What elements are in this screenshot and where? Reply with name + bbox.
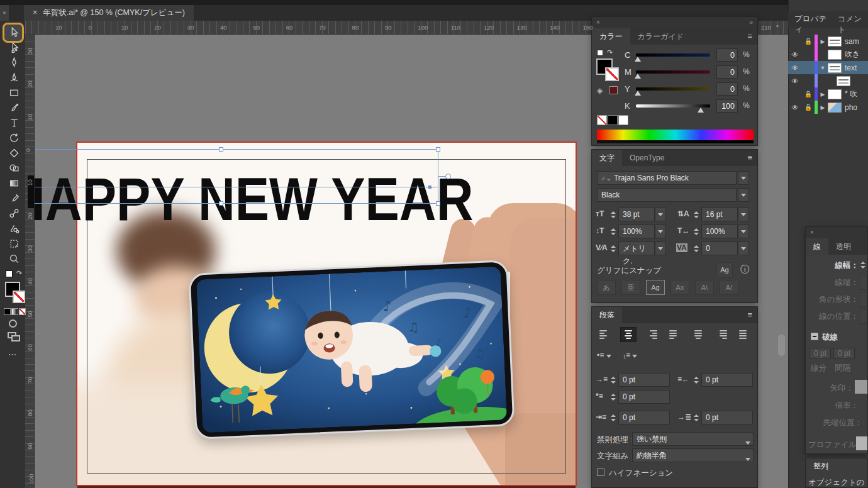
layer-expand-icon[interactable]: ▼ (818, 65, 828, 71)
artboard-tool[interactable] (7, 236, 21, 250)
color-panel-close-icon[interactable]: × (596, 19, 600, 26)
drawing-mode-icon[interactable] (9, 319, 17, 328)
layer-row[interactable]: 👁 吹き (788, 48, 868, 61)
channel-value-input[interactable]: 0 (716, 82, 738, 96)
canvas-scrollbar-thumb[interactable] (778, 335, 785, 356)
font-size-input[interactable]: 38 pt (618, 208, 655, 221)
layer-thumbnail[interactable] (828, 63, 842, 73)
space-after-stepper[interactable] (693, 411, 699, 424)
kerning-input[interactable]: メトリク. (618, 241, 655, 255)
glyph-snap-button[interactable]: Ag (646, 280, 665, 295)
right-indent-stepper[interactable] (693, 373, 699, 387)
vertical-scale-input[interactable]: 100% (618, 225, 655, 238)
eye-icon[interactable]: 👁 (788, 104, 802, 111)
type-tool[interactable] (7, 116, 21, 130)
dashed-line-checkbox[interactable] (811, 333, 818, 340)
tab-opentype[interactable]: OpenType (622, 150, 672, 166)
align-justify-right-button[interactable] (713, 327, 730, 342)
color-panel-collapse-icon[interactable]: » (749, 17, 753, 28)
right-indent-input[interactable]: 0 pt (701, 373, 753, 387)
tab-transparency[interactable]: 透明 (828, 238, 859, 255)
direct-selection-tool[interactable] (7, 40, 21, 54)
space-before-input[interactable]: 0 pt (618, 411, 670, 424)
glyph-snap-button[interactable]: A\ (695, 280, 714, 295)
horizontal-scale-input[interactable]: 100% (701, 225, 738, 238)
align-right-button[interactable] (643, 327, 660, 342)
stroke-weight-stepper[interactable] (859, 258, 866, 272)
kerning-dropdown[interactable] (655, 241, 666, 255)
selection-handle[interactable] (219, 147, 223, 152)
toolbar-none-button[interactable] (19, 308, 26, 315)
horizontal-scale-dropdown[interactable] (738, 225, 749, 238)
rectangle-tool[interactable] (7, 86, 21, 99)
font-family-dropdown[interactable] (738, 171, 749, 185)
horizontal-scale-stepper[interactable] (693, 225, 699, 238)
layer-thumbnail[interactable] (828, 36, 842, 47)
tab-color-guide[interactable]: カラーガイド (630, 28, 691, 45)
slider-thumb[interactable] (635, 74, 641, 79)
selection-handle[interactable] (436, 201, 440, 206)
toolbar-gradient-button[interactable] (11, 308, 18, 315)
layer-thumbnail[interactable] (828, 89, 842, 99)
eye-icon[interactable]: 👁 (788, 51, 802, 58)
align-justify-left-button[interactable] (667, 327, 683, 342)
paintbrush-tool[interactable] (7, 101, 21, 114)
swatch-none[interactable] (597, 115, 607, 125)
glyph-snap-button[interactable]: 亜 (621, 280, 640, 295)
layer-thumbnail[interactable] (828, 103, 842, 113)
toolbar-swap-icon[interactable] (6, 270, 13, 277)
layer-row[interactable]: 🔒 ▶ sam (788, 35, 868, 48)
eyedropper-tool[interactable] (7, 191, 21, 205)
font-size-dropdown[interactable] (655, 208, 666, 221)
layer-expand-icon[interactable]: ▶ (818, 91, 828, 97)
left-indent-stepper[interactable] (609, 373, 616, 387)
glyph-snap-button[interactable]: あ (597, 280, 616, 295)
toolbar-swap-arrow-icon[interactable]: ↷ (16, 269, 22, 277)
symbol-sprayer-tool[interactable] (7, 221, 21, 235)
curvature-tool[interactable] (7, 70, 21, 84)
space-before-stepper[interactable] (609, 411, 616, 424)
leading-input[interactable]: 16 pt (701, 208, 738, 221)
color-spectrum-bar[interactable] (597, 130, 754, 140)
channel-value-input[interactable]: 0 (716, 48, 738, 62)
font-style-dropdown[interactable] (738, 188, 749, 202)
layer-expand-icon[interactable]: ▶ (818, 104, 828, 111)
color-panel-menu-icon[interactable]: ≡ (742, 28, 757, 45)
toolbar-stroke-swatch-none[interactable] (13, 291, 25, 303)
slider-thumb[interactable] (698, 108, 704, 113)
tracking-input[interactable]: 0 (701, 241, 738, 255)
tab-comments[interactable]: コメント (834, 11, 868, 28)
tab-close-icon[interactable]: × (33, 5, 37, 21)
layer-row[interactable]: 👁 🔒 ▶ pho (788, 101, 868, 114)
swatch-white[interactable] (618, 115, 628, 125)
vertical-scale-stepper[interactable] (609, 225, 616, 238)
mojikumi-dropdown[interactable]: 約物半角 (632, 448, 754, 462)
font-size-stepper[interactable] (609, 208, 616, 221)
tab-stroke[interactable]: 線 (806, 238, 828, 255)
snap-to-glyph-ag-button[interactable]: Ag (716, 262, 733, 277)
selection-rotate-handle[interactable] (445, 174, 451, 179)
tab-character[interactable]: 文字 (592, 150, 622, 166)
kerning-stepper[interactable] (609, 241, 616, 255)
selection-tool[interactable] (7, 25, 21, 39)
stroke-panel-close-icon[interactable]: × (810, 229, 814, 236)
tabbar-expand-icon[interactable]: » (0, 5, 9, 21)
tab-paragraph[interactable]: 段落 (592, 307, 622, 323)
tracking-stepper[interactable] (693, 241, 699, 255)
lock-icon[interactable]: 🔒 (802, 38, 815, 45)
left-indent-input[interactable]: 0 pt (618, 373, 670, 387)
swatch-black[interactable] (608, 115, 618, 125)
rotate-tool[interactable] (7, 131, 21, 145)
channel-value-input[interactable]: 0 (716, 65, 738, 79)
shape-builder-tool[interactable] (7, 161, 21, 175)
layer-row[interactable]: 👁 (788, 74, 868, 87)
more-tools-icon[interactable]: ⋯ (8, 350, 17, 359)
kinsoku-dropdown[interactable]: 強い禁則 (632, 432, 754, 446)
panel-collapse-chevron-icon[interactable]: ⌃ (775, 24, 780, 31)
channel-value-input[interactable]: 100 (716, 99, 738, 113)
spectrum-black-strip[interactable] (597, 140, 754, 143)
bullet-list-icon[interactable]: •≡ (597, 351, 611, 360)
font-family-input[interactable]: ⌕⌄ Trajan Sans Pro Black (597, 171, 737, 185)
font-style-input[interactable]: Black (597, 188, 737, 202)
layer-thumbnail[interactable] (828, 50, 842, 60)
